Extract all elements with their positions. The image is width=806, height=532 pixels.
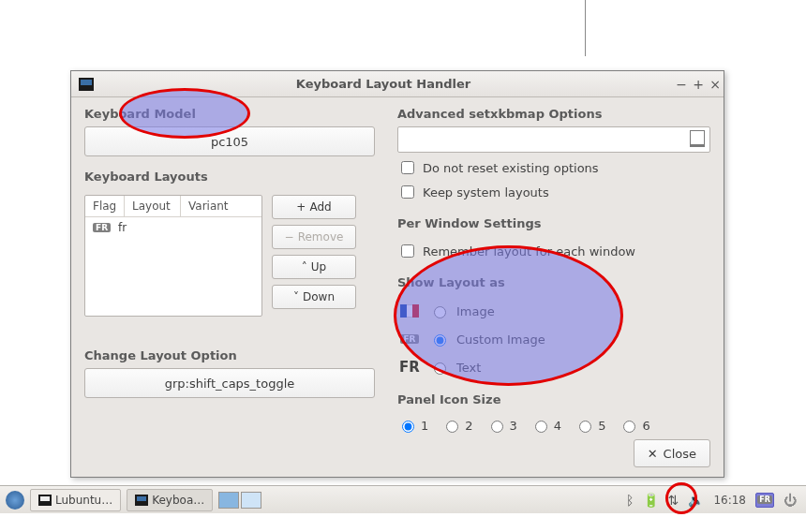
advanced-options-label: Advanced setxkbmap Options (397, 107, 710, 121)
taskbar: Lubuntu… Keyboa… ᛒ 🔋 ⇅ 🔈 16:18 FR ⏻ (0, 485, 806, 513)
keyboard-model-value: pc105 (211, 135, 248, 149)
remember-checkbox[interactable] (401, 244, 414, 258)
minus-icon: − (285, 230, 294, 244)
size-2[interactable]: 2 (441, 418, 472, 433)
minimize-button[interactable]: − (673, 77, 690, 92)
layouts-tree[interactable]: Flag Layout Variant FR fr (84, 195, 262, 317)
workspace-2[interactable] (241, 492, 261, 509)
advanced-options-input[interactable] (397, 126, 710, 153)
showlayout-label: Show Layout as (397, 275, 710, 289)
change-layout-option-value: grp:shift_caps_toggle (165, 377, 295, 391)
window-icon (38, 495, 52, 506)
workspace-1[interactable] (218, 492, 239, 509)
plus-icon: + (296, 200, 306, 214)
size-3[interactable]: 3 (486, 418, 517, 433)
radio-image-label: Image (456, 304, 495, 318)
change-layout-option-button[interactable]: grp:shift_caps_toggle (84, 368, 375, 398)
panel-icon-size-label: Panel Icon Size (397, 392, 710, 406)
size-4[interactable]: 4 (530, 418, 561, 433)
table-row[interactable]: FR fr (85, 217, 261, 238)
battery-icon[interactable]: 🔋 (643, 493, 659, 508)
advanced-options-picker-icon[interactable] (690, 130, 705, 147)
close-window-button[interactable]: × (707, 77, 724, 92)
dialog-content: Keyboard Model pc105 Keyboard Layouts Fl… (71, 97, 724, 444)
radio-text-row[interactable]: FR Text (397, 357, 710, 377)
col-layout[interactable]: Layout (125, 196, 181, 216)
remove-button: −Remove (272, 225, 356, 249)
close-label: Close (664, 447, 696, 461)
keepsystem-row[interactable]: Keep system layouts (397, 183, 710, 201)
close-icon: ✕ (648, 447, 658, 461)
clock[interactable]: 16:18 (713, 494, 746, 507)
volume-icon[interactable]: 🔈 (688, 493, 704, 508)
donotreset-checkbox[interactable] (401, 161, 414, 174)
radio-custom-label: Custom Image (456, 332, 545, 347)
keyboard-model-label: Keyboard Model (84, 107, 375, 121)
perwindow-label: Per Window Settings (397, 216, 710, 230)
keyboard-model-button[interactable]: pc105 (84, 126, 375, 156)
system-tray: ᛒ 🔋 ⇅ 🔈 16:18 FR ⏻ (626, 493, 806, 508)
panel-icon-size-row: 1 2 3 4 5 6 (397, 418, 710, 433)
remember-label: Remember layout for each window (423, 244, 635, 259)
chevron-up-icon: ˄ (302, 260, 307, 273)
col-variant[interactable]: Variant (181, 196, 261, 216)
taskbar-item-label: Lubuntu… (55, 494, 112, 507)
donotreset-row[interactable]: Do not reset existing options (397, 158, 710, 177)
maximize-button[interactable]: + (690, 77, 707, 92)
titlebar[interactable]: Keyboard Layout Handler − + × (71, 71, 724, 97)
down-button[interactable]: ˅Down (272, 285, 356, 309)
bluetooth-icon[interactable]: ᛒ (626, 493, 634, 508)
size-6[interactable]: 6 (619, 418, 649, 433)
chevron-down-icon: ˅ (293, 290, 299, 303)
keyboard-indicator[interactable]: FR (755, 493, 774, 508)
left-column: Keyboard Model pc105 Keyboard Layouts Fl… (84, 105, 375, 444)
custom-image-badge: FR (400, 334, 418, 344)
keyboard-layouts-box: Flag Layout Variant FR fr +Add −Remove ˄… (84, 195, 375, 317)
size-1[interactable]: 1 (397, 418, 428, 433)
france-flag-icon (400, 304, 419, 318)
taskbar-item-label: Keyboa… (152, 494, 204, 507)
network-icon[interactable]: ⇅ (668, 493, 679, 508)
taskbar-item-lubuntu[interactable]: Lubuntu… (30, 489, 121, 511)
keepsystem-label: Keep system layouts (423, 185, 549, 200)
window-icon (135, 495, 148, 506)
radio-custom-row[interactable]: FR Custom Image (397, 329, 710, 349)
right-column: Advanced setxkbmap Options Do not reset … (397, 105, 710, 444)
layout-name: fr (118, 221, 127, 234)
donotreset-label: Do not reset existing options (423, 161, 599, 175)
workspace-switcher[interactable] (218, 492, 261, 509)
layout-side-buttons: +Add −Remove ˄Up ˅Down (272, 195, 356, 317)
start-menu-icon[interactable] (6, 491, 24, 510)
col-flag[interactable]: Flag (85, 196, 125, 216)
close-button[interactable]: ✕ Close (634, 439, 710, 467)
change-layout-option-label: Change Layout Option (84, 348, 375, 362)
radio-text-label: Text (456, 361, 481, 375)
text-sample-icon: FR (399, 359, 420, 376)
dialog-footer: ✕ Close (634, 439, 710, 467)
app-icon (79, 78, 94, 91)
keepsystem-checkbox[interactable] (401, 185, 414, 199)
layouts-tree-header: Flag Layout Variant (85, 196, 261, 217)
up-button[interactable]: ˄Up (272, 255, 356, 279)
advanced-input-wrap (397, 126, 710, 153)
keyboard-layouts-label: Keyboard Layouts (84, 170, 375, 184)
window-title: Keyboard Layout Handler (94, 77, 673, 91)
page-divider (585, 0, 586, 56)
keyboard-layout-dialog: Keyboard Layout Handler − + × Keyboard M… (70, 70, 724, 478)
radio-text[interactable] (434, 362, 446, 375)
taskbar-item-keyboard[interactable]: Keyboa… (127, 489, 213, 511)
keyboard-indicator-badge: FR (757, 495, 772, 504)
radio-custom[interactable] (434, 334, 446, 347)
layout-flag-badge: FR (93, 223, 111, 232)
power-icon[interactable]: ⏻ (784, 493, 797, 508)
radio-image-row[interactable]: Image (397, 301, 710, 321)
remember-row[interactable]: Remember layout for each window (397, 242, 710, 260)
size-5[interactable]: 5 (575, 418, 605, 433)
radio-image[interactable] (434, 306, 446, 318)
add-button[interactable]: +Add (272, 195, 356, 219)
